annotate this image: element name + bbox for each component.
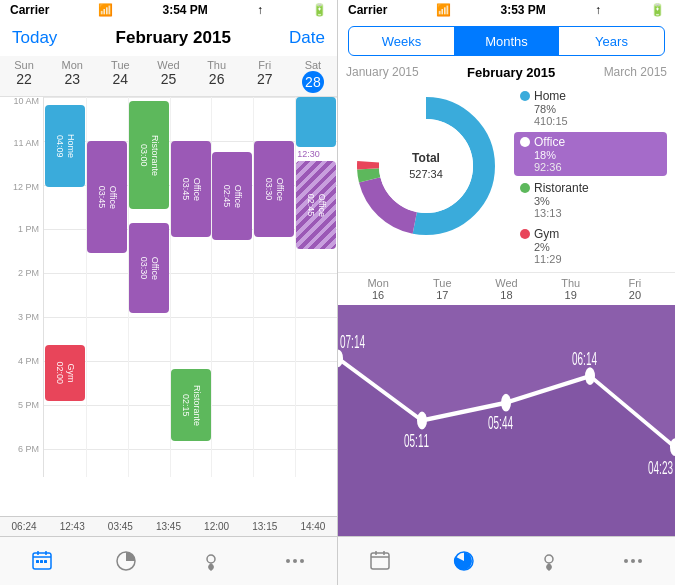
month-nav: January 2015 February 2015 March 2015 — [338, 62, 675, 82]
event-office-fri[interactable]: Office03:30 — [254, 141, 294, 237]
prev-month[interactable]: January 2015 — [346, 65, 419, 79]
line-chart-svg: 07:14 05:11 05:44 06:14 04:23 — [338, 305, 675, 536]
legend-office[interactable]: Office 18% 92:36 — [514, 132, 667, 176]
total-mon: 12:43 — [48, 521, 96, 532]
right-location-icon: ↑ — [595, 3, 601, 17]
r-more-icon — [621, 549, 645, 573]
ws-col-thu: Thu 19 — [539, 277, 603, 301]
week-strip: Mon 16 Tue 17 Wed 18 Thu 19 Fri 20 — [338, 272, 675, 305]
today-button[interactable]: Today — [12, 28, 57, 48]
svg-point-26 — [638, 559, 642, 563]
event-ristorante-wed[interactable]: Ristorante02:15 — [171, 369, 211, 441]
ws-num-thu: 19 — [539, 289, 603, 301]
day-name-sun: Sun — [0, 59, 48, 71]
legend-gym[interactable]: Gym 2% 11:29 — [514, 224, 667, 268]
ws-day-thu: Thu — [539, 277, 603, 289]
event-office-sat-hatched[interactable]: Office02:45 — [296, 161, 336, 249]
segment-weeks[interactable]: Weeks — [349, 27, 454, 55]
time-6pm: 6 PM — [18, 444, 39, 454]
svg-point-24 — [624, 559, 628, 563]
left-wifi-icon: 📶 — [98, 3, 113, 17]
left-tab-pin[interactable] — [199, 549, 223, 573]
donut-center: Total 527:34 — [409, 150, 443, 182]
total-thu: 12:00 — [193, 521, 241, 532]
day-num-fri: 27 — [241, 71, 289, 87]
day-num-sun: 22 — [0, 71, 48, 87]
chart-label-0: 07:14 — [340, 332, 365, 352]
chart-label-3: 06:14 — [572, 349, 597, 369]
left-status-bar: Carrier 📶 3:54 PM ↑ 🔋 — [0, 0, 337, 20]
day-name-thu: Thu — [193, 59, 241, 71]
svg-point-11 — [300, 559, 304, 563]
event-office-thu[interactable]: Office02:45 — [212, 152, 252, 240]
pin-icon — [199, 549, 223, 573]
event-home-sun[interactable]: Home04:09 — [45, 105, 85, 187]
event-ristorante-tue[interactable]: Ristorante03:00 — [129, 101, 169, 209]
right-tab-pin[interactable] — [537, 549, 561, 573]
svg-point-10 — [293, 559, 297, 563]
legend-ristorante[interactable]: Ristorante 3% 13:13 — [514, 178, 667, 222]
ws-col-fri: Fri 20 — [603, 277, 667, 301]
left-time: 3:54 PM — [162, 3, 207, 17]
time-4pm: 4 PM — [18, 356, 39, 366]
chart-legend-area: Total 527:34 Home 78% 410:15 Office 18% — [338, 82, 675, 272]
left-carrier: Carrier — [10, 3, 49, 17]
legend-name-home: Home — [534, 89, 566, 103]
event-office-mon[interactable]: Office03:45 — [87, 141, 127, 253]
left-tab-pie[interactable] — [114, 549, 138, 573]
event-office-tue[interactable]: Office03:30 — [129, 223, 169, 313]
segment-years[interactable]: Years — [559, 27, 664, 55]
day-num-wed: 25 — [144, 71, 192, 87]
left-tab-more[interactable] — [283, 549, 307, 573]
svg-point-8 — [207, 555, 215, 563]
day-num-tue: 24 — [96, 71, 144, 87]
ws-col-wed: Wed 18 — [474, 277, 538, 301]
event-office-wed[interactable]: Office03:45 — [171, 141, 211, 237]
right-status-bar: Carrier 📶 3:53 PM ↑ 🔋 — [338, 0, 675, 20]
line-chart-area: 07:14 05:11 05:44 06:14 04:23 — [338, 305, 675, 536]
ws-num-tue: 17 — [410, 289, 474, 301]
left-tab-calendar[interactable] — [30, 549, 54, 573]
chart-label-2: 05:44 — [488, 413, 513, 433]
ws-col-tue: Tue 17 — [410, 277, 474, 301]
time-1pm: 1 PM — [18, 224, 39, 234]
svg-rect-6 — [44, 560, 47, 563]
legend-name-office: Office — [534, 135, 565, 149]
event-sat-blue[interactable] — [296, 97, 336, 147]
event-gym-sun[interactable]: Gym02:00 — [45, 345, 85, 401]
top-nav: Today February 2015 Date — [0, 20, 337, 56]
day-col-thu: Thu 26 — [193, 56, 241, 96]
legend-home[interactable]: Home 78% 410:15 — [514, 86, 667, 130]
legend-pct-ristorante: 3% — [534, 195, 661, 207]
date-button[interactable]: Date — [289, 28, 325, 48]
day-name-fri: Fri — [241, 59, 289, 71]
ws-num-mon: 16 — [346, 289, 410, 301]
r-pin-icon — [537, 549, 561, 573]
right-tab-more[interactable] — [621, 549, 645, 573]
ws-num-wed: 18 — [474, 289, 538, 301]
legend-time-ristorante: 13:13 — [534, 207, 661, 219]
chart-dot-2 — [501, 394, 511, 412]
day-name-tue: Tue — [96, 59, 144, 71]
total-fri: 13:15 — [241, 521, 289, 532]
day-num-thu: 26 — [193, 71, 241, 87]
right-tab-calendar[interactable] — [368, 549, 392, 573]
segment-months[interactable]: Months — [454, 27, 559, 55]
legend-name-ristorante: Ristorante — [534, 181, 589, 195]
legend-pct-home: 78% — [534, 103, 661, 115]
right-time: 3:53 PM — [500, 3, 545, 17]
event-1230-label: 12:30 — [297, 149, 320, 159]
ws-day-wed: Wed — [474, 277, 538, 289]
right-tab-pie[interactable] — [452, 549, 476, 573]
total-wed: 13:45 — [144, 521, 192, 532]
right-battery-icon: 🔋 — [650, 3, 665, 17]
total-sun: 06:24 — [0, 521, 48, 532]
ws-day-mon: Mon — [346, 277, 410, 289]
pie-icon — [114, 549, 138, 573]
day-col-mon: Mon 23 — [48, 56, 96, 96]
time-column: 10 AM 11 AM 12 PM 1 PM 2 PM 3 PM 4 PM 5 … — [0, 97, 44, 477]
next-month[interactable]: March 2015 — [604, 65, 667, 79]
svg-marker-17 — [338, 358, 675, 536]
chart-label-1: 05:11 — [404, 431, 429, 451]
calendar-body: 10 AM 11 AM 12 PM 1 PM 2 PM 3 PM 4 PM 5 … — [0, 97, 337, 516]
